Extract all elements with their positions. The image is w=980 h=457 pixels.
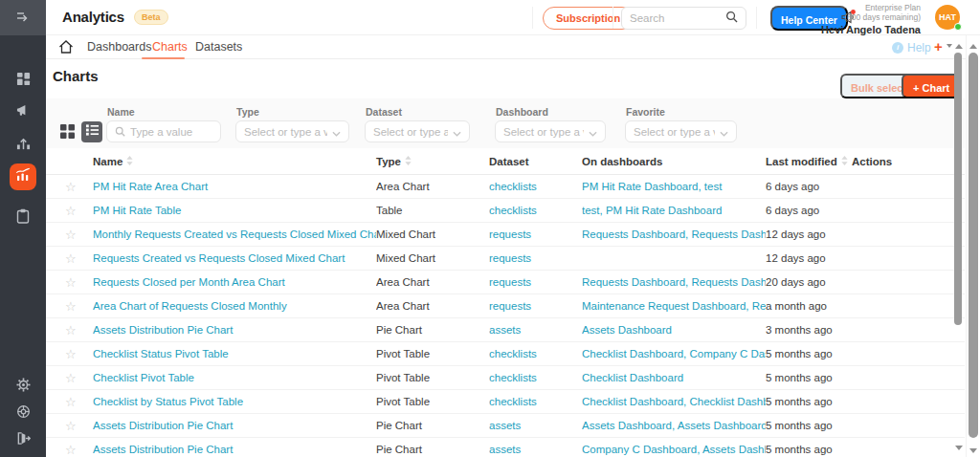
favorite-star-icon[interactable]: ☆	[65, 420, 93, 432]
chart-name-link[interactable]: Checklist Status Pivot Table	[93, 348, 229, 359]
sidebar-item-announcements[interactable]	[0, 97, 46, 123]
favorite-star-icon[interactable]: ☆	[65, 324, 93, 337]
dataset-link[interactable]: requests	[489, 276, 531, 288]
favorite-star-icon[interactable]: ☆	[65, 348, 93, 360]
favorite-filter-select[interactable]: Select or type a value	[625, 120, 737, 142]
dashboard-filter-select[interactable]: Select or type a value	[495, 120, 606, 142]
dataset-link[interactable]: checklists	[489, 348, 537, 359]
search-input[interactable]	[630, 12, 725, 24]
on-dashboards-cell: Checklist Dashboard	[582, 372, 766, 383]
user-avatar[interactable]: HAT	[935, 5, 960, 30]
favorite-star-icon[interactable]: ☆	[65, 181, 93, 193]
dashboard-link[interactable]: Checklist Dashboard, Company C Dashb...	[582, 348, 766, 359]
dataset-link[interactable]: checklists	[489, 396, 537, 407]
tab-datasets[interactable]: Datasets	[195, 35, 242, 59]
name-cell: PM Hit Rate Area Chart	[93, 181, 376, 192]
scroll-up-icon[interactable]	[952, 41, 965, 51]
filter-favorite: Favorite Select or type a value	[625, 120, 737, 142]
new-item-plus-button[interactable]: +	[934, 35, 943, 59]
sort-icon[interactable]	[405, 156, 412, 167]
chart-name-link[interactable]: Requests Created vs Requests Closed Mixe…	[93, 252, 345, 264]
dashboard-link[interactable]: Assets Dashboard	[582, 324, 672, 336]
favorite-star-icon[interactable]: ☆	[65, 396, 93, 408]
favorite-star-icon[interactable]: ☆	[65, 444, 93, 456]
favorite-star-icon[interactable]: ☆	[65, 276, 93, 289]
table-row: ☆Area Chart of Requests Closed MonthlyAr…	[46, 294, 965, 318]
sidebar-collapse-button[interactable]	[0, 0, 46, 35]
dashboard-link[interactable]: Requests Dashboard, Requests Dashboard	[582, 276, 766, 288]
sort-icon[interactable]	[841, 156, 848, 167]
dataset-link[interactable]: assets	[489, 444, 521, 455]
chart-name-link[interactable]: Area Chart of Requests Closed Monthly	[93, 300, 287, 312]
tab-charts[interactable]: Charts	[152, 35, 188, 59]
column-header-last-modified[interactable]: Last modified	[766, 156, 852, 167]
dataset-link[interactable]: assets	[489, 420, 521, 431]
dashboard-link[interactable]: Checklist Dashboard	[582, 372, 683, 383]
chart-name-link[interactable]: PM Hit Rate Area Chart	[93, 181, 208, 192]
dashboard-link[interactable]: Requests Dashboard, Requests Dashboard	[582, 228, 766, 240]
on-dashboards-cell: Requests Dashboard, Requests Dashboard	[582, 228, 766, 240]
dataset-filter-select[interactable]: Select or type a value	[365, 120, 470, 142]
chart-name-link[interactable]: Checklist Pivot Table	[93, 372, 194, 383]
table-scrollbar-thumb[interactable]	[954, 53, 962, 325]
column-header-type[interactable]: Type	[376, 156, 489, 167]
help-label: Help	[907, 41, 931, 54]
dataset-link[interactable]: requests	[489, 252, 531, 264]
table-scrollbar[interactable]	[952, 38, 965, 457]
chart-name-link[interactable]: Assets Distribution Pie Chart	[93, 444, 233, 455]
scroll-up-icon[interactable]	[967, 41, 980, 51]
dataset-link[interactable]: requests	[489, 300, 531, 312]
type-filter-select[interactable]: Select or type a value	[235, 120, 349, 142]
dashboard-link[interactable]: Company C Dashboard, Assets Dashboard	[582, 444, 766, 455]
dataset-link[interactable]: checklists	[489, 372, 537, 383]
page-scrollbar-thumb[interactable]	[969, 53, 978, 438]
last-modified-cell: 6 days ago	[766, 205, 852, 216]
dataset-link[interactable]: assets	[489, 324, 521, 336]
home-icon[interactable]	[58, 39, 74, 58]
favorite-star-icon[interactable]: ☆	[65, 205, 93, 217]
dataset-link[interactable]: checklists	[489, 205, 537, 216]
dashboard-link[interactable]: Checklist Dashboard, Checklist Dashboard	[582, 396, 766, 407]
tab-dashboards[interactable]: Dashboards	[87, 35, 151, 59]
sidebar-item-analytics-active[interactable]	[10, 163, 36, 190]
favorite-star-icon[interactable]: ☆	[65, 252, 93, 265]
sidebar-item-logout[interactable]	[0, 424, 46, 451]
dashboard-link[interactable]: PM Hit Rate Dashboard, test	[582, 181, 722, 192]
plan-name: Enterprise Plan	[821, 3, 921, 12]
sidebar-item-workorders[interactable]	[0, 203, 46, 229]
chart-name-link[interactable]: Monthly Requests Created vs Requests Clo…	[93, 228, 376, 240]
on-dashboards-cell: Checklist Dashboard, Checklist Dashboard	[582, 396, 766, 407]
help-link[interactable]: i Help	[892, 35, 931, 59]
favorite-star-icon[interactable]: ☆	[65, 372, 93, 384]
collapse-icon	[15, 10, 32, 27]
chart-name-link[interactable]: Checklist by Status Pivot Table	[93, 396, 243, 407]
global-search[interactable]	[621, 7, 746, 30]
sidebar-item-settings[interactable]	[0, 371, 46, 398]
dashboard-link[interactable]: Maintenance Request Dashboard, Requests …	[582, 300, 766, 312]
card-view-toggle[interactable]	[59, 123, 76, 140]
chart-name-link[interactable]: PM Hit Rate Table	[93, 205, 181, 216]
chart-name-link[interactable]: Requests Closed per Month Area Chart	[93, 276, 285, 288]
favorite-star-icon[interactable]: ☆	[65, 300, 93, 313]
page-scrollbar[interactable]	[966, 35, 980, 457]
sidebar-item-publish[interactable]	[0, 130, 46, 157]
favorite-star-icon[interactable]: ☆	[65, 228, 93, 241]
table-row: ☆Checklist Pivot TablePivot Tablecheckli…	[46, 366, 965, 390]
chart-name-link[interactable]: Assets Distribution Pie Chart	[93, 420, 233, 431]
scroll-down-icon[interactable]	[952, 443, 965, 452]
sidebar-item-dashboard[interactable]	[0, 65, 46, 92]
dashboard-link[interactable]: Assets Dashboard, Assets Dashboard, C...	[582, 420, 766, 431]
list-view-toggle-active[interactable]	[81, 121, 102, 142]
scroll-down-icon[interactable]	[967, 446, 980, 455]
name-cell: Requests Closed per Month Area Chart	[93, 276, 376, 288]
column-header-name[interactable]: Name	[93, 156, 376, 167]
sidebar-item-support[interactable]	[0, 398, 46, 424]
dataset-link[interactable]: requests	[489, 228, 531, 240]
subscription-button[interactable]: Subscription	[543, 7, 634, 30]
chart-name-link[interactable]: Assets Distribution Pie Chart	[93, 324, 233, 336]
dataset-link[interactable]: checklists	[489, 181, 537, 192]
info-icon: i	[892, 42, 903, 54]
name-filter-input[interactable]: Type a value	[106, 120, 221, 142]
dashboard-link[interactable]: test, PM Hit Rate Dashboard	[582, 205, 722, 216]
sort-icon[interactable]	[126, 156, 133, 167]
